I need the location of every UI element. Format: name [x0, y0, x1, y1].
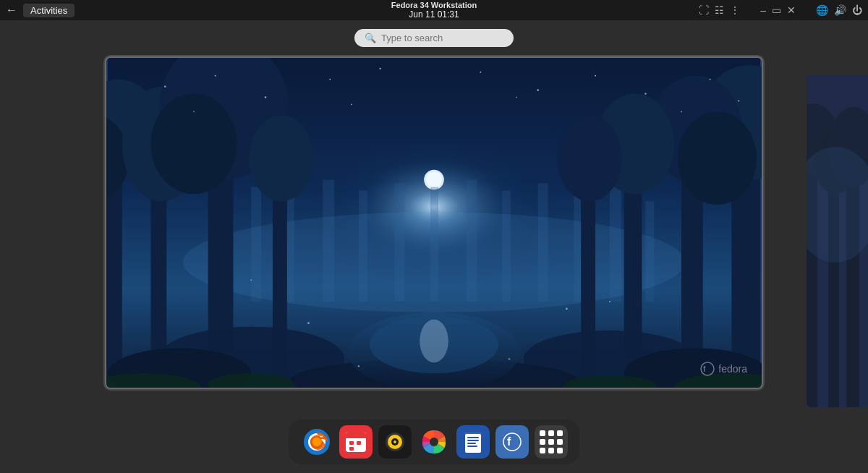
topbar-center: Fedora 34 Workstation Jun 11 01:31 [391, 1, 477, 20]
minimize-icon[interactable]: – [760, 4, 766, 16]
svg-point-49 [379, 67, 380, 69]
volume-icon[interactable]: 🔊 [834, 4, 846, 16]
grid-dot [540, 448, 545, 453]
back-icon[interactable]: ← [6, 4, 17, 17]
svg-point-58 [516, 96, 517, 98]
workspace-area: f fedora [0, 54, 868, 391]
svg-point-45 [164, 85, 166, 87]
svg-point-47 [265, 96, 267, 98]
svg-point-44 [420, 319, 448, 362]
svg-rect-87 [349, 441, 354, 445]
overview-icon[interactable]: ☷ [715, 4, 724, 16]
grid-dot [557, 439, 563, 445]
svg-point-51 [537, 89, 539, 91]
search-box[interactable]: 🔍 [354, 29, 514, 47]
svg-point-94 [393, 440, 396, 443]
svg-point-69 [609, 301, 610, 302]
svg-point-17 [183, 212, 685, 312]
svg-rect-103 [498, 428, 526, 456]
svg-text:f: f [507, 435, 511, 448]
resize-icon[interactable]: ⛶ [699, 4, 709, 16]
svg-rect-99 [467, 440, 479, 441]
close-icon[interactable]: ✕ [787, 4, 796, 16]
svg-point-65 [566, 307, 568, 310]
svg-point-50 [480, 71, 481, 72]
svg-point-55 [738, 100, 739, 101]
svg-point-3 [426, 171, 442, 187]
svg-point-82 [312, 438, 321, 446]
svg-rect-98 [467, 437, 479, 438]
topbar-title: Fedora 34 Workstation [391, 1, 477, 9]
workspace-2[interactable] [807, 74, 868, 407]
svg-point-59 [681, 111, 682, 112]
svg-text:f: f [703, 365, 706, 373]
svg-point-25 [150, 93, 237, 194]
wallpaper: f fedora [106, 58, 762, 388]
svg-point-79 [807, 147, 868, 263]
grid-dot [548, 430, 554, 436]
svg-point-57 [351, 103, 352, 105]
grid-dot [548, 439, 554, 445]
workspace-container: f fedora [105, 54, 763, 391]
svg-point-56 [193, 111, 195, 112]
svg-rect-100 [467, 443, 476, 444]
svg-point-68 [250, 279, 252, 281]
side-wallpaper [807, 74, 868, 407]
grid-dot [548, 448, 554, 453]
dock-item-writer[interactable] [456, 425, 490, 459]
grid-dot [557, 448, 563, 453]
grid-dot [540, 430, 545, 436]
svg-rect-88 [357, 441, 361, 445]
grid-dot [540, 439, 545, 445]
svg-point-95 [430, 438, 438, 446]
power-icon[interactable]: ⏻ [852, 4, 862, 16]
dock-item-rhythmbox[interactable] [378, 425, 412, 459]
activities-button[interactable]: Activities [23, 4, 75, 17]
svg-point-48 [329, 78, 331, 80]
svg-rect-89 [349, 447, 354, 451]
svg-point-32 [678, 111, 757, 205]
search-input[interactable] [381, 33, 497, 43]
dock-item-calendar[interactable] [339, 425, 373, 459]
svg-rect-102 [464, 432, 482, 434]
search-icon: 🔍 [365, 33, 376, 43]
svg-point-46 [215, 74, 216, 76]
topbar-datetime: Jun 11 01:31 [409, 9, 459, 20]
svg-point-54 [710, 78, 711, 80]
menu-icon[interactable]: ⋮ [730, 4, 740, 16]
dock-item-gnome-color[interactable] [417, 425, 451, 459]
network-icon[interactable]: 🌐 [816, 4, 828, 16]
grid-dot [557, 430, 563, 436]
svg-rect-86 [346, 435, 366, 438]
topbar: ← Activities Fedora 34 Workstation Jun 1… [0, 0, 868, 20]
svg-rect-101 [467, 446, 477, 447]
svg-point-67 [509, 358, 510, 359]
dock: f [289, 419, 579, 464]
grid-dots [540, 430, 563, 453]
workspace-1[interactable]: f fedora [105, 56, 763, 389]
svg-point-66 [358, 365, 359, 367]
svg-point-53 [644, 93, 646, 94]
fedora-watermark: f fedora [700, 362, 747, 376]
dock-item-app-grid[interactable] [535, 425, 568, 459]
svg-point-27 [249, 115, 313, 201]
svg-point-52 [595, 74, 596, 76]
dock-item-firefox[interactable] [300, 425, 333, 459]
topbar-left: ← Activities [6, 4, 75, 17]
topbar-right: ⛶ ☷ ⋮ – ▭ ✕ 🌐 🔊 ⏻ [699, 4, 862, 16]
restore-icon[interactable]: ▭ [772, 4, 781, 16]
search-area: 🔍 [0, 20, 868, 54]
svg-point-64 [307, 322, 310, 324]
svg-point-36 [558, 115, 622, 201]
dock-item-fedora-software[interactable]: f [495, 425, 529, 459]
